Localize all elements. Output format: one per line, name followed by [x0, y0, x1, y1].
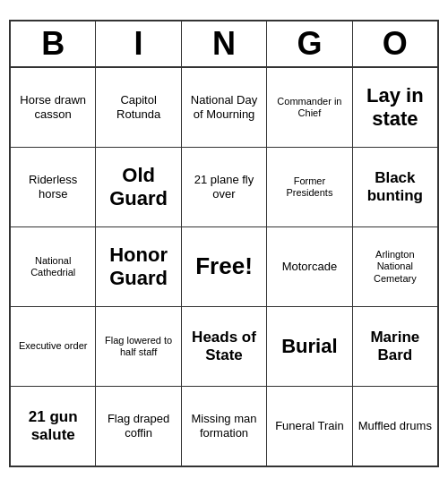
- bingo-cell-1-3: Former Presidents: [267, 148, 352, 226]
- bingo-row-1: Riderless horseOld Guard21 plane fly ove…: [11, 148, 437, 227]
- bingo-header: BINGO: [11, 21, 437, 68]
- bingo-cell-1-4: Black bunting: [353, 148, 437, 226]
- bingo-row-3: Executive orderFlag lowered to half staf…: [11, 307, 437, 387]
- bingo-cell-1-1: Old Guard: [96, 148, 181, 226]
- bingo-cell-0-3: Commander in Chief: [267, 68, 352, 147]
- bingo-cell-4-2: Missing man formation: [182, 387, 267, 466]
- bingo-cell-1-2: 21 plane fly over: [182, 148, 267, 226]
- header-letter-n: N: [182, 21, 267, 66]
- bingo-grid: Horse drawn cassonCapitol RotundaNationa…: [11, 68, 437, 466]
- bingo-cell-3-1: Flag lowered to half staff: [96, 307, 181, 386]
- header-letter-b: B: [11, 21, 96, 66]
- bingo-cell-0-1: Capitol Rotunda: [96, 68, 181, 147]
- bingo-cell-4-0: 21 gun salute: [11, 387, 96, 466]
- header-letter-i: I: [96, 21, 181, 66]
- bingo-cell-3-0: Executive order: [11, 307, 96, 386]
- bingo-cell-2-0: National Cathedrial: [11, 227, 96, 306]
- bingo-cell-3-2: Heads of State: [182, 307, 267, 386]
- header-letter-g: G: [267, 21, 352, 66]
- bingo-row-4: 21 gun saluteFlag draped coffinMissing m…: [11, 387, 437, 466]
- bingo-cell-2-4: Arlington National Cemetary: [353, 227, 437, 306]
- bingo-cell-4-1: Flag draped coffin: [96, 387, 181, 466]
- bingo-board: BINGO Horse drawn cassonCapitol RotundaN…: [9, 20, 439, 467]
- bingo-cell-4-4: Muffled drums: [353, 387, 437, 466]
- bingo-cell-3-3: Burial: [267, 307, 352, 386]
- bingo-cell-1-0: Riderless horse: [11, 148, 96, 226]
- bingo-cell-2-3: Motorcade: [267, 227, 352, 306]
- bingo-cell-4-3: Funeral Train: [267, 387, 352, 466]
- bingo-cell-2-1: Honor Guard: [96, 227, 181, 306]
- bingo-cell-2-2: Free!: [182, 227, 267, 306]
- bingo-cell-3-4: Marine Bard: [353, 307, 437, 386]
- bingo-cell-0-2: National Day of Mourning: [182, 68, 267, 147]
- header-letter-o: O: [353, 21, 437, 66]
- bingo-row-2: National CathedrialHonor GuardFree!Motor…: [11, 227, 437, 307]
- bingo-row-0: Horse drawn cassonCapitol RotundaNationa…: [11, 68, 437, 148]
- bingo-cell-0-0: Horse drawn casson: [11, 68, 96, 147]
- bingo-cell-0-4: Lay in state: [353, 68, 437, 147]
